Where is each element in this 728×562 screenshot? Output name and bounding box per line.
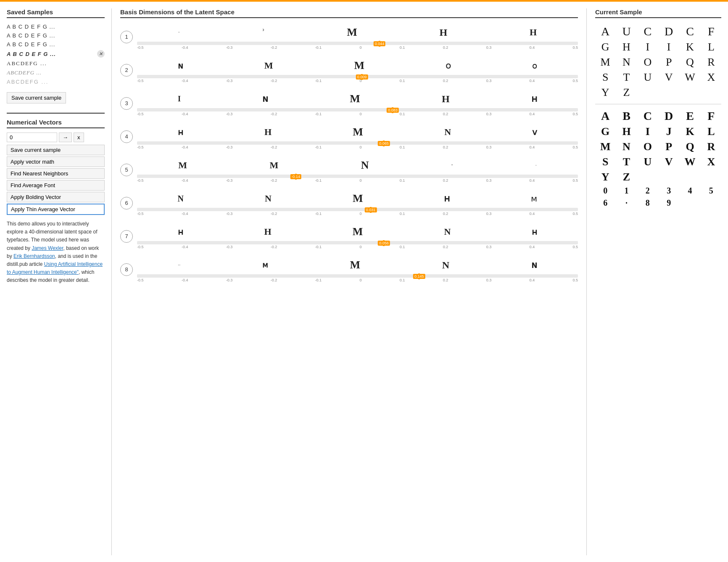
james-wexler-link[interactable]: James Wexler (32, 245, 63, 251)
sample-glyph: C (638, 109, 658, 124)
sample-glyph: L (701, 40, 721, 54)
sample-glyph: 0 (595, 185, 615, 196)
dim-slider-area-6[interactable]: N N M ʜ ᴍ 0.031 -0.5-0.4-0.3-0.2-0.1 00.… (137, 190, 578, 216)
sample-glyph: N (616, 140, 636, 154)
list-item[interactable]: A B C D E F G ... (7, 22, 105, 31)
apply-thin-average-vector-button[interactable]: Apply Thin Average Vector (7, 204, 105, 215)
sample-glyph: V (659, 70, 679, 85)
sample-glyph: X (701, 155, 721, 169)
list-item[interactable]: A B C D E F G ... (7, 31, 105, 40)
sample-glyph: S (595, 155, 615, 169)
dim-slider-area-3[interactable]: I ɴ M H ʜ 0.083 -0.5-0.4-0.3-0.2-0.1 00.… (137, 90, 578, 116)
sample-glyph: T (616, 70, 636, 85)
dim-number-1: 1 (120, 31, 133, 43)
dimension-row-4: 4 ʜ H M N ᴠ 0.065 -0.5-0.4-0.3-0.2-0.1 0… (120, 124, 578, 149)
sample-glyph: A (595, 24, 615, 39)
sample-glyph: P (659, 55, 679, 69)
dim-slider-area-8[interactable]: ·· ᴍ M N ɴ 0.145 -0.5-0.4-0.3-0.2-0.1 00… (137, 257, 578, 282)
sample-glyph: 8 (638, 197, 658, 209)
sample-glyph: N (616, 55, 636, 69)
sample-glyph: 1 (616, 185, 636, 196)
sample-glyph: I (638, 40, 658, 54)
sample-glyph: Y (595, 85, 615, 100)
sample-glyph: I (638, 125, 658, 139)
sample-glyph: W (680, 155, 700, 169)
sample-glyph: P (659, 140, 679, 154)
list-item[interactable]: ABCDEFG ... (7, 68, 105, 77)
erik-link[interactable]: Erik Bernhardsson (13, 253, 55, 259)
sample-glyph: R (701, 140, 721, 154)
sample-glyph: I (659, 40, 679, 54)
sample-glyph: · (616, 197, 636, 209)
sample-glyph: M (595, 140, 615, 154)
vector-input[interactable] (7, 133, 57, 142)
sample-glyph: F (701, 109, 721, 124)
dimension-row-5: 5 M M N · · -0.14 -0.5-0.4-0.3-0.2-0.1 0… (120, 157, 578, 183)
dim-number-6: 6 (120, 197, 133, 209)
sample-glyph: Q (680, 55, 700, 69)
clear-button[interactable]: x (74, 133, 84, 142)
sample-glyph: 6 (595, 197, 615, 209)
save-current-sample-button[interactable]: Save current sample (7, 92, 66, 103)
sample-glyph: H (616, 125, 636, 139)
sample-glyph: M (595, 55, 615, 69)
sample-glyph: S (595, 70, 615, 85)
sample-label: A B C D E F G ... (7, 32, 55, 39)
sample-glyph: O (638, 55, 658, 69)
sample-glyph: U (638, 155, 658, 169)
sample-glyph: X (701, 70, 721, 85)
sample-glyph: H (616, 40, 636, 54)
dim-slider-area-2[interactable]: ɴ M M ᴏ ᴏ 0.009 -0.5-0.4-0.3-0.2-0.1 00.… (137, 57, 578, 83)
list-item[interactable]: ABCDEFG ... (7, 59, 105, 68)
list-item[interactable]: ABCDEFG ... (7, 77, 105, 86)
sample-glyph: U (616, 24, 636, 39)
saved-samples-title: Saved Samples (7, 8, 105, 18)
delete-btn[interactable]: ✕ (97, 50, 105, 58)
sample-glyph: A (595, 109, 615, 124)
dim-number-7: 7 (120, 230, 133, 243)
dimension-row-1: 1 · ʾ M H H 0.044 -0.5-0.4-0.3-0.2-0.1 0… (120, 24, 578, 50)
sample-label: A B C D E F G ... (7, 41, 55, 48)
sample-glyph: 3 (659, 185, 679, 196)
find-nearest-neighbors-button[interactable]: Find Nearest Neighbors (7, 168, 105, 179)
numerical-vectors-section: Numerical Vectors → x Save current sampl… (7, 119, 105, 215)
article-link[interactable]: Using Artificial Intelligence to Augment… (7, 261, 103, 275)
apply-bolding-vector-button[interactable]: Apply Bolding Vector (7, 192, 105, 202)
sample-glyph: Z (616, 85, 636, 100)
dim-slider-area-5[interactable]: M M N · · -0.14 -0.5-0.4-0.3-0.2-0.1 00.… (137, 157, 578, 183)
arrow-button[interactable]: → (59, 133, 72, 142)
sample-glyph: J (659, 125, 679, 139)
right-panel: Current Sample A U C D C F G H I I K L M… (587, 8, 721, 555)
dim-number-4: 4 (120, 130, 133, 143)
list-item[interactable]: A B C D E F G ... ✕ (7, 49, 105, 59)
left-panel: Saved Samples A B C D E F G ... A B C D … (7, 8, 112, 555)
middle-panel-title: Basis Dimensions of the Latent Space (120, 8, 578, 18)
dim-slider-area-1[interactable]: · ʾ M H H 0.044 -0.5-0.4-0.3-0.2-0.1 00.… (137, 24, 578, 50)
sample-glyph: C (638, 24, 658, 39)
sample-glyph: L (701, 125, 721, 139)
sample-glyph: F (701, 24, 721, 39)
apply-vector-math-button[interactable]: Apply vector math (7, 156, 105, 167)
dimension-row-6: 6 N N M ʜ ᴍ 0.031 -0.5-0.4-0.3-0.2-0.1 0… (120, 190, 578, 216)
dim-number-8: 8 (120, 263, 133, 276)
dimension-row-3: 3 I ɴ M H ʜ 0.083 -0.5-0.4-0.3-0.2-0.1 0… (120, 90, 578, 116)
list-item[interactable]: A B C D E F G ... (7, 40, 105, 49)
dim-slider-area-4[interactable]: ʜ H M N ᴠ 0.065 -0.5-0.4-0.3-0.2-0.1 00.… (137, 124, 578, 149)
sample-glyph: U (638, 70, 658, 85)
dim-number-2: 2 (120, 64, 133, 77)
find-average-font-button[interactable]: Find Average Font (7, 180, 105, 191)
sample-glyph: 5 (701, 185, 721, 196)
dim-slider-area-7[interactable]: ʜ H M N ʜ 0.056 -0.5-0.4-0.3-0.2-0.1 00.… (137, 223, 578, 249)
sample-glyph: R (701, 55, 721, 69)
sample-glyph: G (595, 125, 615, 139)
numerical-vectors-title: Numerical Vectors (7, 119, 105, 128)
sample-glyph: C (680, 24, 700, 39)
save-current-sample-action-button[interactable]: Save current sample (7, 145, 105, 155)
sample-glyph: 2 (638, 185, 658, 196)
sample-glyph: E (680, 109, 700, 124)
sample-glyph: Z (616, 170, 636, 184)
right-panel-title: Current Sample (595, 8, 721, 18)
sample-label: ABCDEFG ... (7, 69, 42, 76)
current-sample-section1: A U C D C F G H I I K L M N O P Q R S T … (595, 24, 721, 104)
dimension-row-8: 8 ·· ᴍ M N ɴ 0.145 -0.5-0.4-0.3-0.2-0.1 … (120, 257, 578, 282)
